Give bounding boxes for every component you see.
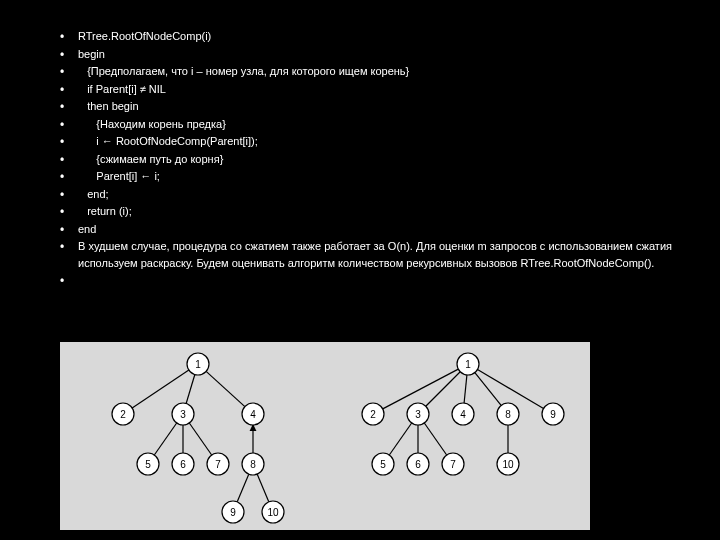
svg-text:10: 10	[267, 507, 279, 518]
svg-text:3: 3	[415, 409, 421, 420]
code-line: if Parent[i] ≠ NIL	[60, 81, 672, 98]
tree-left: 12345678910	[68, 342, 318, 530]
tree-diagram-panel: 12345678910 12348956710	[60, 342, 590, 530]
svg-text:5: 5	[380, 459, 386, 470]
svg-text:2: 2	[370, 409, 376, 420]
svg-text:6: 6	[180, 459, 186, 470]
svg-text:8: 8	[250, 459, 256, 470]
code-line: begin	[60, 46, 672, 63]
svg-text:5: 5	[145, 459, 151, 470]
code-line: return (i);	[60, 203, 672, 220]
code-line: end	[60, 221, 672, 238]
svg-line-2	[206, 371, 245, 406]
slide: RTree.RootOfNodeComp(i) begin {Предполаг…	[0, 0, 720, 540]
tree-right: 12348956710	[333, 342, 583, 530]
svg-text:9: 9	[550, 409, 556, 420]
svg-line-36	[424, 423, 446, 455]
svg-line-31	[464, 375, 467, 403]
code-line: then begin	[60, 98, 672, 115]
svg-text:3: 3	[180, 409, 186, 420]
figure-bullet: 12345678910 12348956710	[60, 272, 672, 540]
svg-line-32	[474, 373, 500, 406]
bullet-list: RTree.RootOfNodeComp(i) begin {Предполаг…	[60, 28, 672, 540]
code-line: i ← RootOfNodeComp(Parent[i]);	[60, 133, 672, 150]
svg-text:7: 7	[215, 459, 221, 470]
svg-text:10: 10	[502, 459, 514, 470]
code-line: {сжимаем путь до корня}	[60, 151, 672, 168]
svg-line-3	[154, 423, 176, 455]
svg-text:4: 4	[250, 409, 256, 420]
svg-text:6: 6	[415, 459, 421, 470]
svg-text:7: 7	[450, 459, 456, 470]
code-line: {Предполагаем, что i – номер узла, для к…	[60, 63, 672, 80]
code-line: Parent[i] ← i;	[60, 168, 672, 185]
svg-line-0	[132, 370, 189, 408]
code-line: RTree.RootOfNodeComp(i)	[60, 28, 672, 45]
code-line: {Находим корень предка}	[60, 116, 672, 133]
svg-text:1: 1	[195, 359, 201, 370]
svg-text:8: 8	[505, 409, 511, 420]
svg-line-7	[237, 474, 249, 502]
svg-line-1	[186, 375, 195, 404]
code-line: end;	[60, 186, 672, 203]
svg-line-5	[189, 423, 211, 455]
svg-text:2: 2	[120, 409, 126, 420]
svg-text:1: 1	[465, 359, 471, 370]
svg-text:9: 9	[230, 507, 236, 518]
svg-line-34	[389, 423, 411, 455]
explanation-paragraph: В худшем случае, процедура со сжатием та…	[60, 238, 672, 271]
svg-text:4: 4	[460, 409, 466, 420]
svg-line-8	[257, 474, 269, 502]
